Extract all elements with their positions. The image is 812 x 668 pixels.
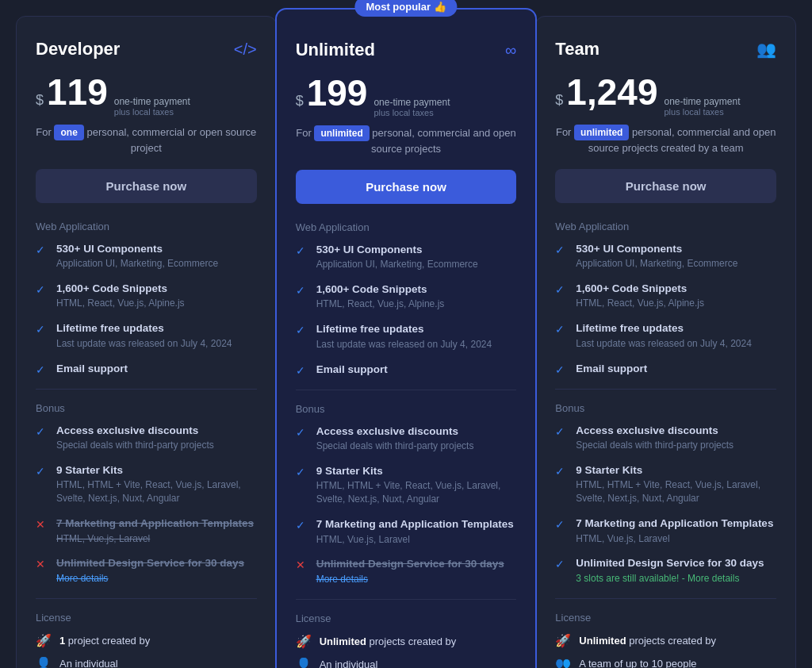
feature-content: 7 Marketing and Application Templates HT… (56, 516, 254, 545)
section-label: Web Application (296, 221, 517, 233)
feature-link[interactable]: More details (56, 573, 108, 584)
license-item: 🚀 1 project created by (36, 633, 257, 648)
feature-desc: HTML, Vue.js, Laravel (316, 533, 514, 547)
section-label: Web Application (36, 221, 257, 232)
for-badge: unlimited (314, 125, 369, 141)
license-item: 👥 A team of up to 10 people (555, 656, 776, 668)
feature-title: 9 Starter Kits (316, 464, 517, 478)
feature-desc: HTML, HTML + Vite, React, Vue.js, Larave… (56, 478, 257, 505)
feature-content: 9 Starter Kits HTML, HTML + Vite, React,… (576, 463, 776, 505)
license-icon: 🚀 (296, 634, 312, 649)
license-label: License (555, 612, 776, 624)
feature-content: Lifetime free updates Last update was re… (56, 321, 232, 350)
plan-title: Developer (36, 39, 120, 60)
feature-desc: HTML, HTML + Vite, React, Vue.js, Larave… (576, 478, 776, 505)
feature-title: 530+ UI Components (316, 243, 478, 257)
feature-content: 1,600+ Code Snippets HTML, React, Vue.js… (576, 282, 704, 310)
feature-title: 1,600+ Code Snippets (56, 282, 185, 296)
feature-title: Lifetime free updates (316, 322, 492, 336)
feature-item: ✓ Access exclusive discounts Special dea… (36, 424, 257, 452)
price-tax: plus local taxes (373, 108, 450, 117)
plan-title: Team (555, 39, 599, 60)
purchase-button[interactable]: Purchase now (296, 170, 517, 204)
feature-content: 7 Marketing and Application Templates HT… (316, 517, 514, 546)
plan-icon: </> (234, 40, 257, 59)
price-amount: 199 (307, 75, 368, 111)
feature-desc: Application UI, Marketing, Ecommerce (56, 257, 218, 271)
feature-item: ✓ 9 Starter Kits HTML, HTML + Vite, Reac… (36, 463, 257, 505)
feature-item: ✓ 7 Marketing and Application Templates … (296, 517, 517, 546)
section-divider (555, 598, 776, 599)
feature-item: ✓ Email support (555, 362, 776, 376)
feature-content: Access exclusive discounts Special deals… (316, 424, 474, 453)
plan-icon: 👥 (756, 40, 776, 59)
feature-item: ✓ Unlimited Design Service for 30 days 3… (555, 556, 776, 585)
feature-content: Email support (56, 362, 128, 376)
feature-title: 7 Marketing and Application Templates (56, 516, 254, 531)
feature-check-icon: ✓ (296, 466, 308, 478)
feature-content: Access exclusive discounts Special deals… (576, 424, 733, 452)
feature-title: Lifetime free updates (576, 321, 751, 336)
feature-title: 530+ UI Components (56, 242, 218, 256)
feature-item: ✓ Access exclusive discounts Special dea… (555, 424, 776, 452)
feature-title: Email support (56, 362, 128, 376)
feature-check-icon: ✓ (296, 284, 308, 297)
license-section: License 🚀 Unlimited projects created by … (555, 612, 776, 668)
feature-check-icon: ✓ (296, 324, 308, 336)
license-item: 👤 An individual (36, 656, 257, 668)
section-divider (296, 599, 517, 600)
price-type: one-time payment (373, 97, 450, 108)
feature-desc: Special deals with third-party projects (316, 440, 474, 453)
price-tax: plus local taxes (114, 107, 190, 117)
feature-check-icon: ✓ (296, 426, 308, 439)
license-item: 🚀 Unlimited projects created by (296, 634, 517, 649)
feature-item: ✓ 9 Starter Kits HTML, HTML + Vite, Reac… (296, 464, 517, 506)
feature-title: Access exclusive discounts (316, 424, 474, 439)
license-text: Unlimited projects created by (579, 635, 716, 647)
feature-check-icon: ✓ (555, 518, 568, 531)
feature-content: 7 Marketing and Application Templates HT… (576, 516, 773, 545)
feature-check-icon: ✓ (555, 558, 568, 570)
purchase-button[interactable]: Purchase now (36, 169, 257, 203)
feature-cross-icon: ✕ (36, 518, 48, 531)
feature-title: Unlimited Design Service for 30 days (56, 556, 244, 570)
feature-content: 1,600+ Code Snippets HTML, React, Vue.js… (316, 282, 445, 311)
feature-check-icon: ✓ (36, 363, 48, 376)
feature-check-icon: ✓ (555, 425, 568, 438)
feature-desc: Special deals with third-party projects (56, 439, 214, 452)
feature-desc: 3 slots are still available! - More deta… (576, 572, 764, 585)
feature-check-icon: ✓ (555, 465, 568, 478)
purchase-button[interactable]: Purchase now (555, 169, 776, 203)
feature-desc: HTML, Vue.js, Laravel (56, 532, 254, 546)
plan-icon: ∞ (505, 41, 516, 60)
feature-content: Unlimited Design Service for 30 days 3 s… (576, 556, 764, 585)
feature-link[interactable]: More details (316, 574, 368, 585)
feature-title: Lifetime free updates (56, 321, 232, 336)
feature-item: ✓ 530+ UI Components Application UI, Mar… (296, 243, 517, 271)
feature-content: Unlimited Design Service for 30 days Mor… (56, 556, 244, 585)
section-label: Bonus (36, 402, 257, 414)
price-dollar: $ (555, 92, 563, 109)
price-row: $ 119 one-time payment plus local taxes (36, 74, 257, 117)
feature-title: 1,600+ Code Snippets (576, 282, 704, 296)
price-row: $ 199 one-time payment plus local taxes (296, 75, 517, 117)
license-text: 1 project created by (59, 635, 150, 647)
feature-item: ✓ 1,600+ Code Snippets HTML, React, Vue.… (555, 282, 776, 310)
license-icon: 🚀 (36, 633, 52, 648)
plan-card-unlimited: Most popular 👍 Unlimited ∞ $ 199 one-tim… (275, 8, 538, 668)
feature-check-icon: ✓ (555, 283, 568, 296)
plan-card-team: Team 👥 $ 1,249 one-time payment plus loc… (535, 16, 796, 668)
feature-desc: HTML, React, Vue.js, Alpine.js (316, 298, 445, 311)
section-divider (296, 390, 517, 390)
feature-content: 530+ UI Components Application UI, Marke… (56, 242, 218, 271)
license-icon: 👥 (555, 656, 571, 668)
feature-title: Unlimited Design Service for 30 days (576, 556, 764, 570)
license-icon: 🚀 (555, 633, 571, 648)
license-text: An individual (59, 658, 118, 668)
for-text: For unlimited personal, commercial and o… (296, 125, 517, 157)
feature-title: Access exclusive discounts (56, 424, 214, 438)
plan-title: Unlimited (296, 40, 375, 60)
feature-desc: HTML, HTML + Vite, React, Vue.js, Larave… (316, 479, 517, 506)
feature-check-icon: ✓ (36, 283, 48, 296)
for-badge: one (54, 125, 83, 140)
